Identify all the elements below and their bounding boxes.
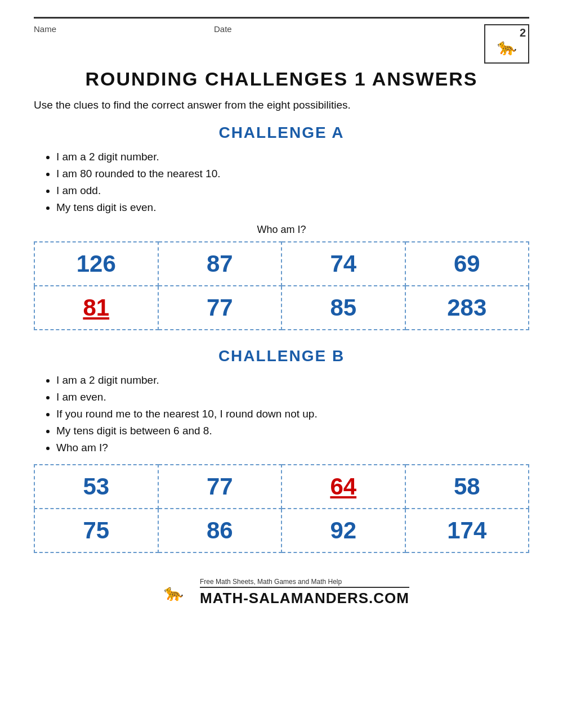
grid-a-r1c2: 87: [158, 242, 282, 286]
grid-b-row2: 75 86 92 174: [34, 509, 529, 552]
footer-tagline: Free Math Sheets, Math Games and Math He…: [200, 578, 342, 586]
grid-a-r2c1-correct: 81: [34, 286, 158, 330]
logo-number: 2: [520, 26, 526, 39]
challenge-b-title: CHALLENGE B: [34, 347, 529, 365]
footer-text-block: Free Math Sheets, Math Games and Math He…: [200, 578, 409, 607]
challenge-b-grid: 53 77 64 58 75 86 92 174: [34, 464, 529, 553]
grid-b-r2c3: 92: [282, 509, 405, 552]
challenge-a-title: CHALLENGE A: [34, 124, 529, 142]
logo-cheetah-icon: 🐆: [497, 38, 517, 56]
footer-logo-icon: 🐆: [154, 576, 193, 609]
challenge-a-grid: 126 87 74 69 81 77 85 283: [34, 241, 529, 330]
clue-a-2: I am 80 rounded to the nearest 10.: [56, 168, 529, 180]
top-border: [34, 17, 529, 19]
grid-a-r1c3: 74: [282, 242, 405, 286]
main-title: ROUNDING CHALLENGES 1 ANSWERS: [34, 68, 529, 90]
grid-a-row1: 126 87 74 69: [34, 242, 529, 286]
grid-a-r2c3: 85: [282, 286, 405, 330]
clue-a-3: I am odd.: [56, 185, 529, 197]
name-label: Name: [34, 24, 56, 34]
clue-b-4: My tens digit is between 6 and 8.: [56, 425, 529, 437]
grid-b-r1c2: 77: [158, 465, 282, 509]
grid-a-row2: 81 77 85 283: [34, 286, 529, 330]
subtitle: Use the clues to find the correct answer…: [34, 99, 529, 111]
grid-a-r1c4: 69: [405, 242, 529, 286]
grid-b-row1: 53 77 64 58: [34, 465, 529, 509]
clue-b-2: I am even.: [56, 391, 529, 403]
grid-a-r2c4: 283: [405, 286, 529, 330]
clue-b-1: I am a 2 digit number.: [56, 374, 529, 387]
who-am-i-a: Who am I?: [34, 224, 529, 236]
grid-b-r1c4: 58: [405, 465, 529, 509]
footer-site: MATH-SALAMANDERS.COM: [200, 587, 409, 607]
challenge-a-clues: I am a 2 digit number. I am 80 rounded t…: [34, 151, 529, 214]
grid-b-r1c3-correct: 64: [282, 465, 405, 509]
clue-b-3: If you round me to the nearest 10, I rou…: [56, 408, 529, 420]
grid-b-r2c1: 75: [34, 509, 158, 552]
clue-b-5: Who am I?: [56, 442, 529, 454]
clue-a-4: My tens digit is even.: [56, 201, 529, 214]
clue-a-1: I am a 2 digit number.: [56, 151, 529, 163]
name-date: Name Date: [34, 24, 232, 34]
grid-b-r2c2: 86: [158, 509, 282, 552]
grid-b-r2c4: 174: [405, 509, 529, 552]
logo-box: 2 🐆: [484, 24, 529, 64]
grid-a-r2c2: 77: [158, 286, 282, 330]
challenge-b-clues: I am a 2 digit number. I am even. If you…: [34, 374, 529, 454]
date-label: Date: [214, 24, 232, 34]
footer-site-text: MATH-SALAMANDERS.COM: [200, 590, 409, 606]
header-row: Name Date 2 🐆: [34, 24, 529, 64]
grid-b-r1c1: 53: [34, 465, 158, 509]
footer: 🐆 Free Math Sheets, Math Games and Math …: [34, 576, 529, 609]
grid-a-r1c1: 126: [34, 242, 158, 286]
